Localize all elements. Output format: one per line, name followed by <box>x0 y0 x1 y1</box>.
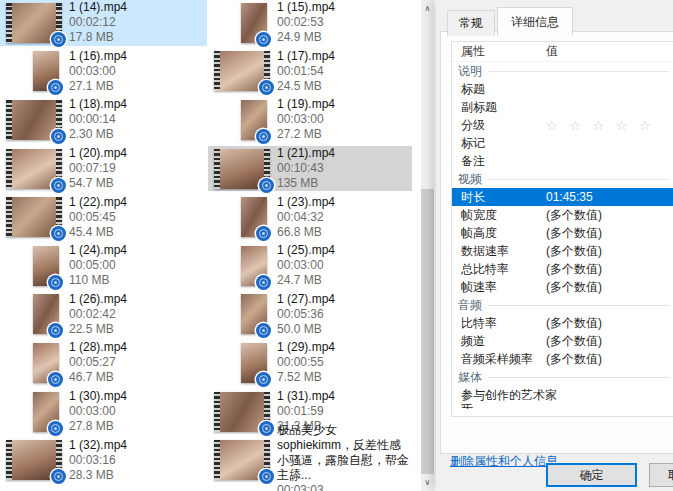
property-row[interactable]: 频道(多个数值) <box>452 332 673 350</box>
file-meta: 1 (17).mp400:01:5424.5 MB <box>277 49 337 94</box>
media-player-badge-icon <box>256 226 271 241</box>
file-item[interactable]: 1 (15).mp400:02:5324.9 MB <box>208 0 412 49</box>
file-column-1: 1 (14).mp400:02:1217.8 MB1 (16).mp400:03… <box>0 0 207 486</box>
file-meta: 1 (22).mp400:05:4545.4 MB <box>69 195 129 240</box>
file-item[interactable]: 1 (29).mp400:00:557.52 MB <box>208 340 412 389</box>
group-label: 媒体 <box>458 369 482 386</box>
video-thumbnail <box>4 148 62 190</box>
file-item[interactable]: 1 (26).mp400:02:4222.5 MB <box>0 292 207 341</box>
file-item[interactable]: 1 (27).mp400:05:3650.0 MB <box>208 292 412 341</box>
group-divider <box>488 71 669 72</box>
file-item[interactable]: 1 (28).mp400:05:2746.7 MB <box>0 340 207 389</box>
file-item[interactable]: 1 (20).mp400:07:1954.7 MB <box>0 146 207 195</box>
file-item[interactable]: 1 (25).mp400:03:0024.7 MB <box>208 243 412 292</box>
file-item[interactable]: 1 (14).mp400:02:1217.8 MB <box>0 0 207 49</box>
file-duration: 00:03:00 <box>69 64 127 79</box>
file-item[interactable]: 1 (19).mp400:03:0027.2 MB <box>208 97 412 146</box>
property-row[interactable]: 备注 <box>452 152 673 170</box>
property-value: (多个数值) <box>546 225 602 242</box>
property-row[interactable]: 时长01:45:35 <box>452 188 673 206</box>
video-thumbnail <box>212 99 270 141</box>
file-duration: 00:01:54 <box>277 64 335 79</box>
file-meta: 1 (32).mp400:03:1628.3 MB <box>69 438 129 483</box>
video-thumbnail <box>4 196 62 238</box>
media-player-badge-icon <box>256 32 271 47</box>
media-player-badge-icon <box>256 129 271 144</box>
property-row[interactable]: 年 <box>452 404 673 409</box>
video-thumbnail <box>212 245 270 287</box>
file-duration: 00:03:00 <box>277 112 335 127</box>
file-meta: 极品美少女sophiekimm，反差性感小骚逼，露脸自慰，帮金主舔...00:0… <box>277 423 412 491</box>
file-size: 17.8 MB <box>69 30 127 45</box>
property-value: (多个数值) <box>546 315 602 332</box>
file-size: 24.5 MB <box>277 79 335 94</box>
file-item[interactable]: 1 (32).mp400:03:1628.3 MB <box>0 437 207 486</box>
video-thumbnail <box>212 293 270 335</box>
file-meta: 1 (29).mp400:00:557.52 MB <box>277 340 337 385</box>
file-item[interactable]: 1 (30).mp400:03:0027.8 MB <box>0 389 207 438</box>
file-duration: 00:02:12 <box>69 15 127 30</box>
property-row[interactable]: 总比特率(多个数值) <box>452 260 673 278</box>
thumbnail-image <box>33 294 59 334</box>
file-meta: 1 (24).mp400:05:00110 MB <box>69 243 129 288</box>
property-value: (多个数值) <box>546 279 602 296</box>
file-meta: 1 (30).mp400:03:0027.8 MB <box>69 389 129 434</box>
file-list-scrollbar[interactable]: ∧ ∨ <box>421 0 434 491</box>
video-thumbnail <box>212 148 270 190</box>
property-row[interactable]: 标题 <box>452 80 673 98</box>
file-item[interactable]: 1 (23).mp400:04:3266.8 MB <box>208 194 412 243</box>
file-size: 27.8 MB <box>69 419 127 434</box>
file-meta: 1 (25).mp400:03:0024.7 MB <box>277 243 337 288</box>
rating-stars[interactable]: ☆ ☆ ☆ ☆ ☆ <box>546 118 655 133</box>
property-name: 分级 <box>461 117 546 134</box>
file-name: 1 (27).mp4 <box>277 292 335 307</box>
file-item[interactable]: 1 (24).mp400:05:00110 MB <box>0 243 207 292</box>
scroll-up-icon[interactable]: ∧ <box>421 1 434 16</box>
media-player-badge-icon <box>51 32 66 47</box>
tab-details[interactable]: 详细信息 <box>497 7 573 36</box>
property-value: (多个数值) <box>546 333 602 350</box>
property-name: 比特率 <box>461 315 546 332</box>
scrollbar-thumb[interactable] <box>421 189 434 474</box>
video-thumbnail <box>212 342 270 384</box>
property-name: 数据速率 <box>461 243 546 260</box>
remove-properties-link[interactable]: 删除属性和个人信息 <box>450 453 558 470</box>
video-thumbnail <box>212 391 270 433</box>
property-row[interactable]: 帧高度(多个数值) <box>452 224 673 242</box>
property-row[interactable]: 帧速率(多个数值) <box>452 278 673 296</box>
cancel-button[interactable]: 取消 <box>649 463 673 487</box>
file-item[interactable]: 1 (21).mp400:10:43135 MB <box>208 146 412 195</box>
file-duration: 00:00:55 <box>277 355 335 370</box>
scroll-down-icon[interactable]: ∨ <box>421 475 434 490</box>
thumbnail-image <box>241 343 267 383</box>
property-row[interactable]: 分级☆ ☆ ☆ ☆ ☆ <box>452 116 673 134</box>
tab-general[interactable]: 常规 <box>447 10 495 36</box>
media-player-badge-icon <box>51 129 66 144</box>
file-duration: 00:10:43 <box>277 161 335 176</box>
file-item[interactable]: 极品美少女sophiekimm，反差性感小骚逼，露脸自慰，帮金主舔...00:0… <box>208 437 412 486</box>
property-row[interactable]: 副标题 <box>452 98 673 116</box>
file-duration: 00:05:00 <box>69 258 127 273</box>
ok-button[interactable]: 确定 <box>546 463 637 487</box>
file-item[interactable]: 1 (17).mp400:01:5424.5 MB <box>208 49 412 98</box>
property-name: 总比特率 <box>461 261 546 278</box>
property-row[interactable]: 音频采样频率(多个数值) <box>452 350 673 368</box>
media-player-badge-icon <box>48 80 63 95</box>
file-item[interactable]: 1 (22).mp400:05:4545.4 MB <box>0 194 207 243</box>
file-name: 1 (31).mp4 <box>277 389 335 404</box>
file-duration: 00:03:16 <box>69 453 127 468</box>
file-item[interactable]: 1 (16).mp400:03:0027.1 MB <box>0 49 207 98</box>
property-row[interactable]: 数据速率(多个数值) <box>452 242 673 260</box>
screen: { "colors": { "selection_blue": "#cce8ff… <box>0 0 673 491</box>
property-row[interactable]: 标记 <box>452 134 673 152</box>
file-item[interactable]: 1 (18).mp400:00:142.30 MB <box>0 97 207 146</box>
property-row[interactable]: 帧宽度(多个数值) <box>452 206 673 224</box>
property-row[interactable]: 参与创作的艺术家 <box>452 386 673 404</box>
thumbnail-image <box>241 3 267 43</box>
file-size: 27.1 MB <box>69 79 127 94</box>
property-value: (多个数值) <box>546 261 602 278</box>
property-row[interactable]: 比特率(多个数值) <box>452 314 673 332</box>
file-size: 66.8 MB <box>277 225 335 240</box>
file-name: 1 (24).mp4 <box>69 243 127 258</box>
property-name: 标记 <box>461 135 546 152</box>
